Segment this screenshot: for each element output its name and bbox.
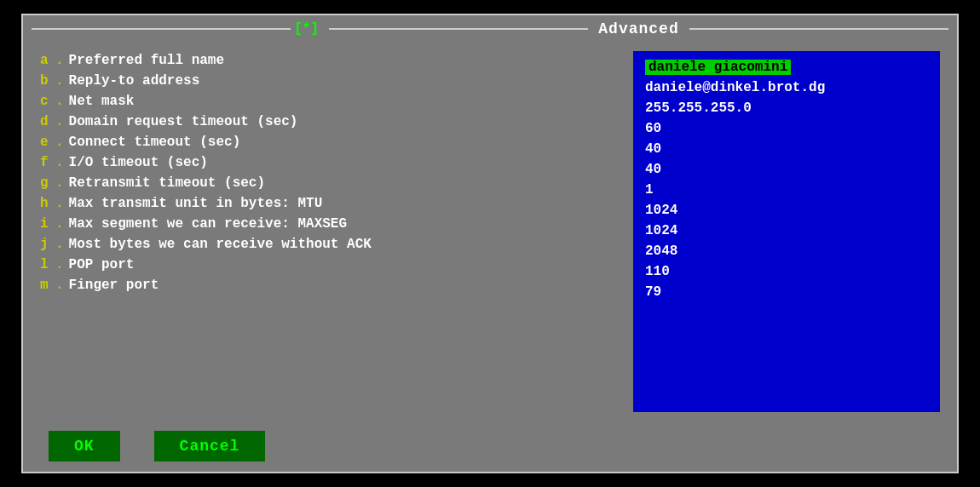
field-dot-j: . — [55, 237, 64, 252]
dialog-footer: OK Cancel — [23, 421, 957, 472]
title-line-right — [689, 28, 948, 30]
value-row-d[interactable]: 60 — [645, 119, 928, 138]
field-key-m: m — [40, 278, 55, 293]
field-label-c: Net mask — [69, 94, 135, 109]
field-key-d: d — [40, 114, 55, 129]
field-key-i: i — [40, 216, 55, 232]
field-dot-a: . — [55, 53, 64, 68]
field-key-h: h — [40, 196, 55, 211]
field-row[interactable]: h. Max transmit unit in bytes: MTU — [40, 194, 625, 213]
dialog-icon: [*] — [291, 21, 322, 37]
advanced-dialog: [*] Advanced a. Preferred full nameb. Re… — [21, 14, 959, 473]
field-dot-c: . — [55, 94, 64, 109]
field-dot-m: . — [55, 278, 64, 293]
field-label-i: Max segment we can receive: MAXSEG — [69, 216, 347, 232]
field-row[interactable]: i. Max segment we can receive: MAXSEG — [40, 215, 625, 233]
value-row-f[interactable]: 40 — [645, 160, 928, 179]
value-row-h[interactable]: 1024 — [645, 201, 928, 220]
value-row-c[interactable]: 255.255.255.0 — [645, 99, 928, 117]
value-row-m[interactable]: 79 — [645, 283, 928, 301]
field-label-m: Finger port — [69, 278, 159, 293]
field-label-d: Domain request timeout (sec) — [69, 114, 298, 129]
value-text-i: 1024 — [645, 223, 677, 238]
values-panel: daniele giacominidaniele@dinkel.brot.dg2… — [633, 51, 940, 412]
field-row[interactable]: l. POP port — [40, 255, 625, 274]
field-dot-f: . — [55, 155, 64, 170]
field-row[interactable]: e. Connect timeout (sec) — [40, 133, 625, 152]
value-text-e: 40 — [645, 141, 661, 157]
field-label-j: Most bytes we can receive without ACK — [69, 237, 372, 252]
field-key-c: c — [40, 94, 55, 109]
value-text-b: daniele@dinkel.brot.dg — [645, 80, 825, 95]
field-key-b: b — [40, 73, 55, 89]
value-row-g[interactable]: 1 — [645, 180, 928, 199]
field-label-a: Preferred full name — [69, 53, 224, 68]
cancel-button-wrapper[interactable]: Cancel — [154, 431, 266, 461]
value-row-l[interactable]: 110 — [645, 262, 928, 281]
field-dot-e: . — [55, 135, 64, 150]
value-text-l: 110 — [645, 264, 670, 279]
value-text-j: 2048 — [645, 244, 677, 259]
field-row[interactable]: b. Reply-to address — [40, 72, 625, 90]
value-text-c: 255.255.255.0 — [645, 100, 752, 116]
field-key-j: j — [40, 237, 55, 252]
value-row-b[interactable]: daniele@dinkel.brot.dg — [645, 78, 928, 97]
field-row[interactable]: f. I/O timeout (sec) — [40, 153, 625, 172]
field-label-e: Connect timeout (sec) — [69, 135, 241, 150]
field-dot-i: . — [55, 216, 64, 232]
value-text-h: 1024 — [645, 203, 677, 218]
dialog-title: Advanced — [588, 20, 689, 37]
field-key-l: l — [40, 257, 55, 272]
field-row[interactable]: a. Preferred full name — [40, 51, 625, 70]
fields-panel: a. Preferred full nameb. Reply-to addres… — [40, 51, 625, 412]
field-row[interactable]: g. Retransmit timeout (sec) — [40, 174, 625, 192]
title-line-left — [32, 28, 291, 30]
field-label-l: POP port — [69, 257, 135, 272]
field-dot-b: . — [55, 73, 64, 89]
field-dot-h: . — [55, 196, 64, 211]
title-bar: [*] Advanced — [23, 15, 957, 43]
field-dot-l: . — [55, 257, 64, 272]
field-row[interactable]: m. Finger port — [40, 276, 625, 295]
field-row[interactable]: c. Net mask — [40, 92, 625, 111]
value-row-a[interactable]: daniele giacomini — [645, 58, 928, 77]
field-dot-g: . — [55, 175, 64, 191]
ok-button[interactable]: OK — [49, 431, 120, 461]
value-text-a: daniele giacomini — [645, 60, 791, 75]
field-label-h: Max transmit unit in bytes: MTU — [69, 196, 323, 211]
value-row-j[interactable]: 2048 — [645, 242, 928, 261]
ok-button-wrapper[interactable]: OK — [49, 431, 120, 461]
value-text-m: 79 — [645, 284, 661, 300]
value-row-i[interactable]: 1024 — [645, 221, 928, 240]
field-dot-d: . — [55, 114, 64, 129]
field-key-a: a — [40, 53, 55, 68]
dialog-content: a. Preferred full nameb. Reply-to addres… — [23, 43, 957, 421]
title-line-mid — [329, 28, 588, 30]
value-text-f: 40 — [645, 162, 661, 177]
field-label-b: Reply-to address — [69, 73, 200, 89]
value-text-d: 60 — [645, 121, 661, 136]
field-key-g: g — [40, 175, 55, 191]
field-row[interactable]: d. Domain request timeout (sec) — [40, 112, 625, 131]
field-key-f: f — [40, 155, 55, 170]
value-text-g: 1 — [645, 182, 654, 198]
value-row-e[interactable]: 40 — [645, 140, 928, 158]
field-label-g: Retransmit timeout (sec) — [69, 175, 265, 191]
field-key-e: e — [40, 135, 55, 150]
field-label-f: I/O timeout (sec) — [69, 155, 208, 170]
field-row[interactable]: j. Most bytes we can receive without ACK — [40, 235, 625, 254]
cancel-button[interactable]: Cancel — [154, 431, 266, 461]
